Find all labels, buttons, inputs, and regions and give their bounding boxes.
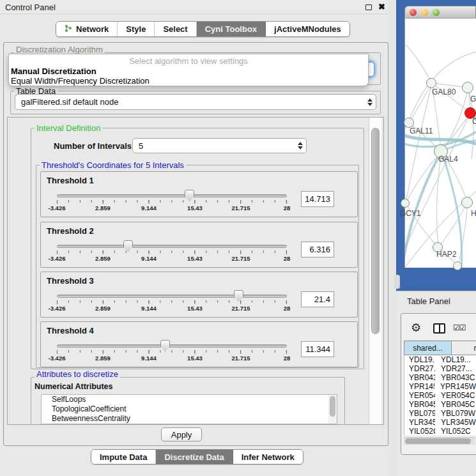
threshold-2-label: Threshold 2 [47, 226, 94, 236]
vertical-scrollbar-thumb[interactable] [371, 128, 380, 334]
numerical-attributes-label: Numerical Attributes [35, 382, 112, 391]
threshold-2-slider-track[interactable] [57, 245, 287, 248]
tab-infer-network[interactable]: Infer Network [233, 450, 303, 464]
threshold-3-panel: Threshold 3 -3.426 2.859 9.144 15.43 21.… [40, 272, 358, 318]
node-label-gal80: GAL80 [432, 88, 456, 96]
bottom-tabbar: Impute Data Discretize Data Infer Networ… [91, 449, 303, 464]
tab-cyni-toolbox[interactable]: Cyni Toolbox [197, 22, 266, 36]
column-header-name[interactable]: name [452, 341, 476, 355]
attributes-group-title: Attributes to discretize [35, 369, 120, 379]
control-panel-tabbar: Network Style Select Cyni Toolbox jActiv… [56, 21, 350, 37]
split-pane-icon[interactable] [433, 323, 445, 334]
threshold-coords-title: Threshold's Coordinates for 5 Intervals [40, 160, 186, 170]
algorithm-dropdown-popup: Select algorithm to view settings Manual… [8, 54, 369, 86]
threshold-4-label: Threshold 4 [47, 326, 94, 335]
dropdown-option-manual[interactable]: Manual Discretization [11, 66, 96, 76]
node-label-ga: GA [470, 95, 476, 104]
slider-ticks [57, 300, 287, 304]
combo-spinner-icon [364, 98, 376, 106]
list-item[interactable]: TopologicalCoefficient [42, 404, 337, 414]
horizontal-scrollbar-thumb[interactable] [405, 438, 471, 444]
threshold-1-panel: Threshold 1 -3.426 2.859 9.144 15.43 21.… [40, 171, 358, 217]
num-intervals-combobox[interactable]: 5 [132, 138, 307, 153]
network-canvas[interactable] [404, 19, 476, 268]
tab-network[interactable]: Network [56, 22, 118, 36]
control-panel-titlebar [0, 0, 396, 14]
threshold-4-value-field[interactable] [301, 341, 334, 357]
threshold-3-label: Threshold 3 [47, 276, 94, 286]
tab-impute-data[interactable]: Impute Data [91, 450, 156, 464]
node-label-gal4: GAL4 [438, 155, 458, 164]
list-item[interactable]: SelfLoops [42, 395, 337, 404]
apply-button[interactable]: Apply [161, 427, 202, 441]
table-panel-title: Table Panel [407, 296, 450, 306]
select-columns-icon[interactable]: ☑☑ [453, 323, 466, 332]
table-row[interactable]: YLR345WYLR345W [404, 418, 476, 427]
network-icon [65, 24, 72, 35]
application-window: Control Panel ✖ Network Style Select Cyn… [0, 0, 476, 476]
numerical-attributes-list[interactable]: SelfLoops TopologicalCoefficient Between… [41, 394, 337, 424]
panel-splitter[interactable] [388, 0, 396, 476]
control-panel-title: Control Panel [5, 3, 56, 12]
algorithm-group-title: Discretization Algorithm [14, 45, 105, 54]
zoom-traffic-light-icon[interactable] [433, 9, 440, 16]
close-traffic-light-icon[interactable] [410, 9, 417, 16]
tab-jactivemnodules[interactable]: jActiveMNodules [266, 22, 349, 36]
node-label-gcy1: GCY1 [400, 209, 421, 218]
node-h[interactable] [461, 197, 473, 208]
close-icon[interactable]: ✖ [378, 2, 385, 12]
float-window-icon[interactable] [365, 4, 372, 10]
node-label-gal11: GAL11 [410, 127, 433, 135]
threshold-1-slider-track[interactable] [57, 194, 287, 197]
node-label-c: C [472, 117, 476, 126]
node-gal80[interactable] [426, 78, 436, 88]
slider-ticks [57, 200, 287, 204]
table-row[interactable]: YDL19...YDL19... [404, 355, 476, 364]
table-row[interactable]: YDR27...YDR27... [404, 364, 476, 373]
tab-style[interactable]: Style [118, 22, 155, 36]
table-header-row: shared... name [404, 341, 476, 355]
table-row[interactable]: YER054CYER054C [404, 391, 476, 400]
threshold-3-slider-track[interactable] [57, 295, 287, 298]
threshold-2-value-field[interactable] [301, 242, 334, 257]
threshold-2-panel: Threshold 2 -3.426 2.859 9.144 15.43 21.… [40, 222, 358, 268]
list-scrollbar-thumb[interactable] [330, 396, 335, 417]
tab-select[interactable]: Select [155, 22, 196, 36]
dropdown-prompt: Select algorithm to view settings [9, 56, 368, 66]
threshold-4-panel: Threshold 4 -3.426 2.859 9.144 15.43 21.… [40, 321, 358, 367]
threshold-4-slider-track[interactable] [57, 344, 287, 348]
gear-icon[interactable]: ⚙ [411, 321, 421, 335]
table-data-combobox[interactable]: galFiltered.sif default node [15, 94, 376, 110]
column-header-shared-name[interactable]: shared... [404, 341, 452, 355]
list-item[interactable]: BetweennessCentrality [42, 414, 337, 424]
table-row[interactable]: YIL052CYIL052C [404, 427, 476, 435]
table-row[interactable]: YBR045CYBR045C [404, 400, 476, 409]
interval-group-title: Interval Definition [35, 123, 102, 133]
tab-network-label: Network [76, 24, 109, 34]
node-top-right[interactable] [462, 82, 473, 93]
node-bottom-partial[interactable] [453, 261, 462, 270]
node-label-h: H [471, 209, 476, 218]
table-row[interactable]: YBR043CYBR043C [404, 373, 476, 382]
threshold-1-value-field[interactable] [301, 191, 334, 207]
threshold-1-label: Threshold 1 [47, 176, 94, 185]
threshold-3-value-field[interactable] [301, 291, 334, 307]
node-label-hap2: HAP2 [436, 250, 456, 259]
num-intervals-label: Number of Intervals [54, 141, 132, 151]
tab-discretize-data[interactable]: Discretize Data [156, 450, 233, 464]
table-row[interactable]: YBL079WYBL079W [404, 409, 476, 418]
minimize-traffic-light-icon[interactable] [421, 9, 428, 16]
network-edges [405, 19, 476, 268]
slider-ticks [57, 350, 287, 354]
desktop-scrollbar-nub[interactable] [394, 275, 400, 289]
dropdown-option-equal-width[interactable]: Equal Width/Frequency Discretization [11, 76, 150, 86]
table-body[interactable]: YDL19...YDL19... YDR27...YDR27... YBR043… [404, 355, 476, 435]
combo-spinner-icon [295, 142, 306, 150]
table-row[interactable]: YPR145WYPR145W [404, 382, 476, 391]
node-gcy1[interactable] [401, 199, 410, 208]
slider-ticks [57, 250, 287, 254]
